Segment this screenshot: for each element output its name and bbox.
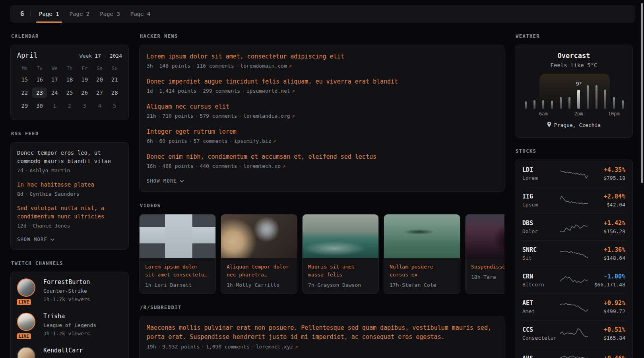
hackernews-item-title[interactable]: Lorem ipsum dolor sit amet, consectetur … xyxy=(147,52,344,61)
external-link-icon: ↗ xyxy=(273,138,276,144)
hackernews-item-title[interactable]: Donec imperdiet augue tincidunt felis al… xyxy=(147,77,398,86)
twitch-channel[interactable]: LIVETrishaLeague of Legends3h·1.2k viewe… xyxy=(17,313,122,337)
item-domain-link[interactable]: loremdomain.com↗ xyxy=(240,63,291,69)
channel-meta: 1h·1.7k viewers xyxy=(43,296,90,303)
video-title[interactable]: Suspendisse diam xyxy=(471,263,504,271)
dashboard-page: G Page 1Page 2Page 3Page 4 CALENDAR Apri… xyxy=(0,0,644,358)
stock-symbol: DBS xyxy=(522,219,560,227)
calendar-day: 26 xyxy=(77,88,92,98)
tab-page-1[interactable]: Page 1 xyxy=(34,5,64,23)
calendar-day: 3 xyxy=(77,101,92,111)
calendar-widget: April Week 17 · 2024 MoTuWeThFrSaSu15161… xyxy=(10,45,129,120)
subreddit-section: /R/SUBREDDIT Maecenas mollis pulvinar er… xyxy=(139,305,504,358)
subreddit-item-title[interactable]: Maecenas mollis pulvinar erat non posuer… xyxy=(147,323,497,342)
weather-hourly-chart: 9° xyxy=(525,74,624,109)
item-domain-link[interactable]: loremtech.co↗ xyxy=(243,163,285,169)
video-card[interactable]: Lorem ipsum dolor sit amet consectetu…1h… xyxy=(139,214,216,294)
chevron-down-icon xyxy=(50,238,54,241)
calendar-day: 19 xyxy=(77,74,92,85)
weather-location-row: Prague, Czechia xyxy=(525,122,623,128)
twitch-channel[interactable]: LIVEForrestBurtonCounter-Strike1h·1.7k v… xyxy=(17,278,122,303)
twitch-channel-info: ForrestBurtonCounter-Strike1h·1.7k viewe… xyxy=(43,278,90,303)
stock-row[interactable]: CCSConsectetur+0.51%$165.84 xyxy=(522,320,625,347)
item-domain-link[interactable]: ipsumify.biz↗ xyxy=(234,138,276,144)
stocks-widget: LDILorem+4.35%$795.18IIGIpsum+2.84%$42.0… xyxy=(515,160,633,358)
hackernews-show-more-button[interactable]: SHOW MORE xyxy=(147,177,184,185)
video-card-body: Mauris sit amet massa felis7h·Grayson Da… xyxy=(303,258,378,293)
stocks-heading: STOCKS xyxy=(516,148,633,154)
stock-row[interactable]: AHS+0.46% xyxy=(522,347,625,358)
hackernews-item-title[interactable]: Integer eget rutrum lorem xyxy=(147,127,237,136)
rss-widget: Donec tempor eros leo, ut commodo mauris… xyxy=(10,142,129,250)
twitch-channel-info: TrishaLeague of Legends3h·1.2k viewers xyxy=(43,313,96,337)
stock-price: $499.72 xyxy=(588,308,626,315)
stock-sparkline xyxy=(560,274,588,287)
stock-price: $156.28 xyxy=(588,228,626,235)
video-card-body: Lorem ipsum dolor sit amet consectetu…1h… xyxy=(140,258,215,293)
separator-dot: · xyxy=(157,113,161,119)
avatar xyxy=(17,347,35,358)
middle-column: HACKER NEWS Lorem ipsum dolor sit amet, … xyxy=(139,33,504,358)
tab-page-2[interactable]: Page 2 xyxy=(64,5,95,23)
item-author: Chance Jones xyxy=(33,223,70,229)
tab-page-3[interactable]: Page 3 xyxy=(95,5,125,23)
item-domain-link[interactable]: loremlandia.org↗ xyxy=(243,113,295,119)
stock-change-percent: +0.46% xyxy=(588,354,626,358)
video-card[interactable]: Suspendisse diam18h·Tara xyxy=(465,214,504,294)
twitch-section: TWITCH CHANNELS LIVEForrestBurtonCounter… xyxy=(10,261,129,358)
hackernews-item-title[interactable]: Aliquam nec cursus elit xyxy=(147,102,229,111)
stock-sparkline xyxy=(560,327,588,340)
stock-price: $148.64 xyxy=(588,255,626,262)
video-card-body: Nullam posuere cursus ex17h·Stefan Cole xyxy=(384,258,460,293)
external-link-icon: ↗ xyxy=(295,344,298,350)
stock-row[interactable]: DBSDolor+1.42%$156.28 xyxy=(522,214,625,240)
video-title[interactable]: Aliquam tempor dolor nec pharetra… xyxy=(227,263,291,279)
rss-item-title[interactable]: Sed volutpat nulla nisl, a condimentum n… xyxy=(17,204,122,221)
stream-duration: 3h xyxy=(43,331,50,337)
item-domain-link[interactable]: loremnet.xyz↗ xyxy=(256,344,298,350)
rss-item-title[interactable]: In hac habitasse platea xyxy=(17,181,122,189)
hackernews-item-meta: 16h·468 points·440 comments·loremtech.co… xyxy=(147,162,497,170)
stock-row[interactable]: IIGIpsum+2.84%$42.04 xyxy=(522,187,625,214)
item-comments: 579 comments xyxy=(200,113,237,119)
rss-show-more-button[interactable]: SHOW MORE xyxy=(17,236,54,243)
stream-duration: 1h xyxy=(43,296,50,302)
hackernews-item-meta: 3h·148 points·116 comments·loremdomain.c… xyxy=(147,62,497,70)
video-title[interactable]: Nullam posuere cursus ex xyxy=(390,263,454,279)
stock-info: AETAmet xyxy=(522,299,560,315)
calendar-day: 28 xyxy=(107,88,122,98)
stock-row[interactable]: LDILorem+4.35%$795.18 xyxy=(522,161,625,187)
stock-name: Consectetur xyxy=(522,335,560,342)
rss-item-title[interactable]: Donec tempor eros leo, ut commodo mauris… xyxy=(17,149,122,165)
video-age: 17h xyxy=(390,282,399,288)
week-label: Week xyxy=(80,53,92,59)
stock-row[interactable]: SNRCSit+1.36%$148.64 xyxy=(522,240,625,267)
stock-row[interactable]: AETAmet+0.92%$499.72 xyxy=(522,294,625,320)
calendar-day-name: We xyxy=(47,65,62,72)
item-domain-link[interactable]: ipsumworld.net↗ xyxy=(246,88,295,94)
stock-values: +0.92%$499.72 xyxy=(588,299,626,315)
stocks-section: STOCKS LDILorem+4.35%$795.18IIGIpsum+2.8… xyxy=(515,148,633,358)
calendar-day: 18 xyxy=(62,74,77,85)
stock-info: CRNBitcorn xyxy=(522,272,560,288)
scrollbar-thumb[interactable] xyxy=(641,3,643,183)
video-title[interactable]: Mauris sit amet massa felis xyxy=(308,263,373,279)
twitch-channel[interactable]: KendallCarr xyxy=(17,347,122,358)
video-card[interactable]: Mauris sit amet massa felis7h·Grayson Da… xyxy=(302,214,379,294)
video-card[interactable]: Aliquam tempor dolor nec pharetra…1h·Mol… xyxy=(221,214,297,294)
stock-row[interactable]: CRNBitcorn-1.00%$66,171.48 xyxy=(522,267,625,294)
tab-page-4[interactable]: Page 4 xyxy=(125,5,156,23)
calendar-day-name: Tu xyxy=(32,65,47,72)
hackernews-item-title[interactable]: Donec enim nibh, condimentum et accumsan… xyxy=(147,152,376,161)
video-title[interactable]: Lorem ipsum dolor sit amet consectetu… xyxy=(145,263,210,279)
rss-section: RSS FEED Donec tempor eros leo, ut commo… xyxy=(10,131,129,250)
weather-bar xyxy=(533,100,535,109)
video-card[interactable]: Nullam posuere cursus ex17h·Stefan Cole xyxy=(384,214,460,294)
calendar-day-name: Su xyxy=(107,65,122,72)
hackernews-item-meta: 21h·710 points·579 comments·loremlandia.… xyxy=(147,112,497,120)
rss-item-meta: 12d·Chance Jones xyxy=(17,222,122,230)
channel-name: KendallCarr xyxy=(43,347,83,354)
stock-sparkline xyxy=(560,301,588,313)
video-age: 18h xyxy=(471,274,480,280)
calendar-day: 22 xyxy=(17,88,32,98)
